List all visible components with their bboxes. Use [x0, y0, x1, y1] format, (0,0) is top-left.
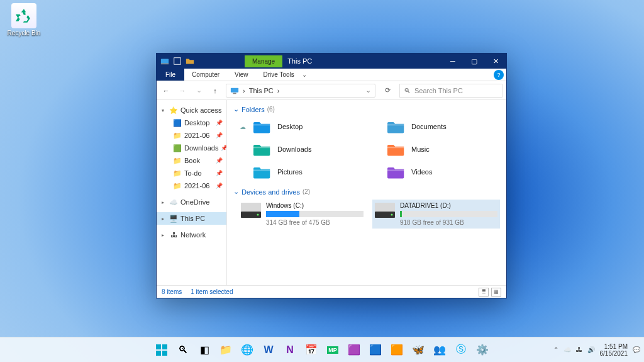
folder-label: Documents	[411, 123, 447, 130]
tray-onedrive-icon[interactable]: ☁️	[564, 346, 571, 353]
sidebar-item-2021-06[interactable]: 📁2021-06📌	[157, 129, 226, 142]
svg-point-10	[391, 214, 393, 216]
recycle-bin[interactable]: Recycle Bin	[5, 3, 43, 37]
taskbar-calendar-button[interactable]: 📅	[303, 341, 320, 359]
cloud-icon: ☁️	[169, 198, 178, 206]
ribbon-tab-view[interactable]: View	[227, 69, 256, 81]
pin-icon: 📌	[221, 145, 227, 151]
folder-icon: 🟦	[173, 118, 182, 127]
folder-icon: 📁	[173, 181, 182, 190]
folder-item[interactable]: Videos	[372, 162, 500, 181]
drive-item[interactable]: DATADRIVE1 (D:)918 GB free of 931 GB	[372, 200, 500, 229]
refresh-button[interactable]: ⟳	[380, 84, 394, 98]
taskbar-app2-button[interactable]: 🟦	[367, 341, 384, 359]
system-menu-icon[interactable]	[160, 57, 169, 65]
nav-recent-button[interactable]: ⌄	[193, 85, 204, 96]
taskbar-edge-button[interactable]: 🌐	[238, 341, 256, 359]
folder-item[interactable]: Documents	[372, 117, 500, 136]
taskbar-mp-button[interactable]: MP	[324, 341, 341, 359]
drive-icon	[375, 202, 395, 218]
sidebar-item-downloads[interactable]: 🟩Downloads📌	[157, 142, 226, 154]
folder-item[interactable]: Music	[372, 140, 500, 159]
tray-network-icon[interactable]: 🖧	[576, 346, 582, 353]
ribbon-file-tab[interactable]: File	[157, 69, 184, 81]
ribbon-tab-computer[interactable]: Computer	[184, 69, 227, 81]
sidebar-quick-access[interactable]: ▾ ⭐ Quick access	[157, 104, 226, 116]
taskbar-explorer-button[interactable]: 📁	[217, 341, 235, 359]
ribbon-context-label: Manage	[245, 55, 282, 67]
taskbar-center: 🔍︎ ◧ 📁 🌐 W N 📅 MP 🟪 🟦 🟧 🦋 👥 Ⓢ ⚙️	[153, 341, 491, 359]
status-bar: 8 items 1 item selected ≣ ▦	[157, 285, 506, 298]
view-details-button[interactable]: ≣	[479, 288, 489, 297]
group-header-folders[interactable]: ⌄ Folders (6)	[233, 105, 500, 113]
close-button[interactable]: ✕	[485, 54, 506, 69]
system-tray: ⌃ ☁️ 🖧 🔊 1:51 PM 6/15/2021 💬	[553, 343, 641, 357]
taskbar-search-button[interactable]: 🔍︎	[174, 341, 192, 359]
folder-label: Downloads	[277, 145, 311, 153]
pin-icon: 📌	[216, 132, 223, 139]
nav-back-button[interactable]: ←	[160, 85, 172, 96]
folder-icon	[252, 164, 272, 180]
pc-icon: 🖥️	[169, 214, 178, 223]
qat-properties-icon[interactable]	[173, 57, 182, 65]
drive-item[interactable]: Windows (C:)314 GB free of 475 GB	[238, 200, 366, 229]
folder-label: Pictures	[277, 168, 303, 176]
folder-item[interactable]: ☁Desktop	[238, 117, 366, 136]
address-path: This PC	[249, 87, 274, 94]
folder-icon	[386, 164, 406, 180]
drive-label: Windows (C:)	[266, 202, 364, 209]
drive-usage-bar	[400, 211, 497, 217]
svg-rect-2	[174, 58, 181, 65]
taskbar-app-button[interactable]: 🟪	[345, 341, 363, 359]
sidebar-item-desktop[interactable]: 🟦Desktop📌	[157, 116, 226, 129]
star-icon: ⭐	[169, 106, 178, 115]
view-icons-button[interactable]: ▦	[491, 288, 501, 297]
nav-up-button[interactable]: ↑	[209, 85, 221, 96]
taskbar-skype-button[interactable]: Ⓢ	[452, 341, 470, 359]
nav-forward-button[interactable]: →	[177, 85, 188, 96]
taskbar-clock[interactable]: 1:51 PM 6/15/2021	[600, 343, 628, 357]
taskbar-teams-button[interactable]: 👥	[431, 341, 448, 359]
taskbar-onenote-button[interactable]: N	[281, 341, 299, 359]
titlebar[interactable]: Manage This PC ─ ▢ ✕	[157, 54, 506, 69]
sidebar-this-pc[interactable]: ▸ 🖥️ This PC	[157, 212, 226, 225]
svg-rect-11	[156, 344, 161, 349]
search-box[interactable]: 🔍︎ Search This PC	[399, 84, 502, 98]
address-bar[interactable]: › This PC › ⌄	[226, 84, 375, 98]
svg-rect-9	[375, 203, 395, 212]
folder-item[interactable]: Downloads	[238, 140, 366, 159]
folder-item[interactable]: Pictures	[238, 162, 366, 181]
tray-volume-icon[interactable]: 🔊	[587, 346, 595, 353]
taskbar-word-button[interactable]: W	[260, 341, 277, 359]
chevron-right-icon: ▸	[162, 232, 167, 238]
chevron-down-icon: ▾	[162, 108, 167, 113]
maximize-button[interactable]: ▢	[464, 54, 485, 69]
sidebar-item-todo[interactable]: 📁To-do📌	[157, 167, 226, 179]
network-icon: 🖧	[169, 230, 178, 239]
drive-label: DATADRIVE1 (D:)	[400, 202, 497, 209]
minimize-button[interactable]: ─	[442, 54, 464, 69]
start-button[interactable]	[153, 341, 170, 359]
folder-icon	[252, 118, 272, 135]
address-dropdown-icon[interactable]: ⌄	[365, 86, 371, 94]
sidebar-network[interactable]: ▸ 🖧 Network	[157, 229, 226, 241]
sidebar-item-book[interactable]: 📁Book📌	[157, 154, 226, 167]
sidebar-item-2021-06b[interactable]: 📁2021-06📌	[157, 179, 226, 192]
tray-overflow-icon[interactable]: ⌃	[553, 346, 558, 353]
taskbar-taskview-button[interactable]: ◧	[196, 341, 213, 359]
taskbar-app4-button[interactable]: 🦋	[409, 341, 427, 359]
status-item-count: 8 items	[162, 288, 182, 295]
qat-newfolder-icon[interactable]	[186, 57, 194, 65]
group-header-drives[interactable]: ⌄ Devices and drives (2)	[233, 188, 500, 196]
chevron-right-icon: ▸	[162, 200, 167, 205]
drive-icon	[241, 202, 261, 218]
address-segment: ›	[243, 87, 245, 94]
tray-notifications-icon[interactable]: 💬	[633, 346, 640, 353]
ribbon-collapse-icon[interactable]: ⌄	[302, 71, 307, 78]
ribbon-tab-drive-tools[interactable]: Drive Tools	[256, 69, 302, 81]
sidebar-onedrive[interactable]: ▸ ☁️ OneDrive	[157, 196, 226, 208]
taskbar-settings-button[interactable]: ⚙️	[474, 341, 491, 359]
taskbar-app3-button[interactable]: 🟧	[388, 341, 406, 359]
help-icon[interactable]: ?	[494, 70, 504, 80]
window-title: This PC	[287, 57, 312, 65]
